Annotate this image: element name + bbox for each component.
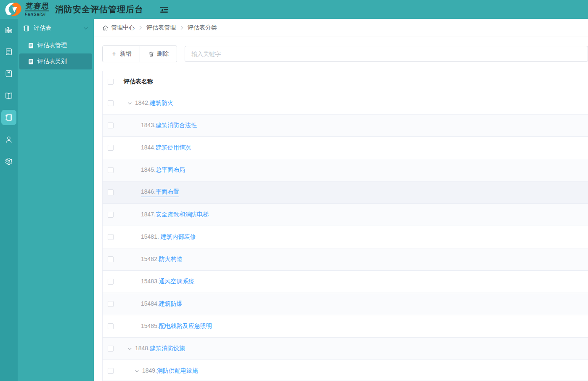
chevron-down-icon [83, 25, 89, 31]
category-link[interactable]: 15481. 建筑内部装修 [141, 233, 196, 241]
document-filled-icon [28, 59, 34, 65]
delete-button-label: 删除 [157, 50, 169, 58]
category-link[interactable]: 1843.建筑消防合法性 [141, 122, 197, 129]
category-name: 建筑防火 [150, 99, 173, 107]
category-name: 建筑使用情况 [156, 144, 191, 152]
category-name: 配电线路及应急照明 [159, 322, 212, 330]
search-input[interactable] [185, 46, 588, 62]
row-checkbox[interactable] [108, 189, 114, 195]
open-book-icon[interactable] [1, 88, 16, 103]
row-checkbox[interactable] [108, 301, 114, 307]
category-name: 消防供配电设施 [157, 367, 198, 375]
row-checkbox[interactable] [108, 346, 114, 352]
category-name: 通风空调系统 [159, 278, 194, 285]
table-header-row: 评估表名称 [103, 71, 588, 92]
row-checkbox[interactable] [108, 256, 114, 262]
sidebar: 评估表 评估表管理 评估表类别 [18, 19, 94, 381]
table-row: 1845.总平面布局 [103, 159, 588, 181]
breadcrumb: 管理中心 评估表管理 评估表分类 [94, 19, 588, 37]
category-link[interactable]: 15482.防火构造 [141, 256, 183, 263]
category-id: 1842. [135, 99, 150, 107]
category-link[interactable]: 1847.安全疏散和消防电梯 [141, 211, 209, 218]
button-group: ＋ 新增 删除 [102, 45, 177, 62]
brand-name-en: FanSaiSi [24, 12, 49, 16]
category-link[interactable]: 1846.平面布置 [141, 188, 179, 197]
category-id: 1847. [141, 211, 156, 218]
document-filled-icon [28, 43, 34, 49]
sidebar-group-pingguba[interactable]: 评估表 [18, 19, 94, 37]
category-id: 1845. [141, 166, 156, 174]
row-checkbox[interactable] [108, 234, 114, 240]
category-id: 15484. [141, 300, 159, 308]
delete-button[interactable]: 删除 [140, 45, 177, 62]
table-row: 15483.通风空调系统 [103, 271, 588, 293]
breadcrumb-item-assessment-category[interactable]: 评估表分类 [188, 24, 217, 32]
document-icon[interactable] [1, 44, 16, 59]
table-row: 15482.防火构造 [103, 248, 588, 271]
add-button[interactable]: ＋ 新增 [102, 45, 140, 62]
column-header: 评估表名称 [124, 78, 153, 85]
menu-collapse-icon[interactable] [159, 5, 170, 14]
category-name: 总平面布局 [156, 166, 185, 174]
row-checkbox[interactable] [108, 167, 114, 173]
expand-chevron-icon[interactable] [134, 368, 140, 374]
book-bookmark-icon[interactable] [1, 66, 16, 81]
sidebar-item-assessment-category[interactable]: 评估表类别 [19, 53, 92, 69]
breadcrumb-item-assessment-management[interactable]: 评估表管理 [146, 24, 176, 32]
table-row: 15485.配电线路及应急照明 [103, 315, 588, 338]
table-row: 1846.平面布置 [103, 181, 588, 204]
app-window: 梵赛思 FanSaiSi 消防安全评估管理后台 [0, 0, 588, 381]
chevron-right-icon [179, 25, 185, 31]
breadcrumb-item-management-center[interactable]: 管理中心 [111, 24, 135, 32]
table-body: 1842.建筑防火 1843.建筑消防合法性 1844.建筑使用情况 [103, 92, 588, 381]
expand-chevron-icon[interactable] [127, 101, 132, 106]
category-link[interactable]: 1844.建筑使用情况 [141, 144, 191, 152]
category-link[interactable]: 15485.配电线路及应急照明 [141, 322, 212, 330]
plus-icon: ＋ [111, 51, 117, 57]
table-row: 15481. 建筑内部装修 [103, 226, 588, 248]
category-id: 1844. [141, 144, 156, 152]
row-checkbox[interactable] [108, 279, 114, 285]
table-row: 1842.建筑防火 [103, 92, 588, 115]
user-icon[interactable] [1, 132, 16, 147]
logo-swoosh-icon [3, 2, 23, 18]
category-link[interactable]: 1845.总平面布局 [141, 166, 185, 174]
row-checkbox[interactable] [108, 100, 114, 106]
category-name: 建筑防爆 [159, 300, 183, 308]
row-checkbox[interactable] [108, 123, 114, 128]
select-all-checkbox[interactable] [108, 79, 114, 85]
category-id: 15482. [141, 256, 159, 263]
category-link[interactable]: 15483.通风空调系统 [141, 278, 194, 285]
category-id: 1848. [135, 345, 150, 352]
notebook-icon[interactable] [1, 110, 16, 125]
table-row: 15484.建筑防爆 [103, 293, 588, 315]
row-checkbox[interactable] [108, 145, 114, 151]
expand-chevron-icon[interactable] [127, 346, 132, 352]
home-icon [102, 25, 109, 31]
category-name: 建筑消防设施 [150, 345, 185, 352]
sidebar-item-label: 评估表管理 [37, 42, 67, 49]
table-row: 1848.建筑消防设施 [103, 338, 588, 360]
table-row: 1844.建筑使用情况 [103, 137, 588, 159]
row-checkbox[interactable] [108, 212, 114, 218]
row-checkbox[interactable] [108, 368, 114, 374]
brand-name-cn: 梵赛思 [25, 3, 50, 11]
category-link[interactable]: 15484.建筑防爆 [141, 300, 183, 308]
sidebar-group-label: 评估表 [34, 24, 83, 32]
sidebar-item-assessment-management[interactable]: 评估表管理 [19, 37, 92, 53]
gear-icon[interactable] [1, 154, 16, 169]
category-link[interactable]: 1848.建筑消防设施 [135, 345, 185, 352]
building-icon[interactable] [1, 22, 16, 37]
row-checkbox[interactable] [108, 323, 114, 329]
category-link[interactable]: 1849.消防供配电设施 [142, 367, 198, 375]
icon-rail [0, 19, 18, 381]
category-id: 15481. [141, 233, 161, 241]
category-id: 1846. [141, 188, 156, 196]
category-link[interactable]: 1842.建筑防火 [135, 99, 173, 107]
page-title: 消防安全评估管理后台 [55, 4, 143, 15]
trash-icon [148, 51, 154, 57]
category-id: 15485. [141, 322, 159, 330]
category-name: 平面布置 [156, 188, 179, 196]
brand-text: 梵赛思 FanSaiSi [24, 3, 50, 16]
main-content: 管理中心 评估表管理 评估表分类 ＋ 新增 删除 [94, 19, 588, 381]
